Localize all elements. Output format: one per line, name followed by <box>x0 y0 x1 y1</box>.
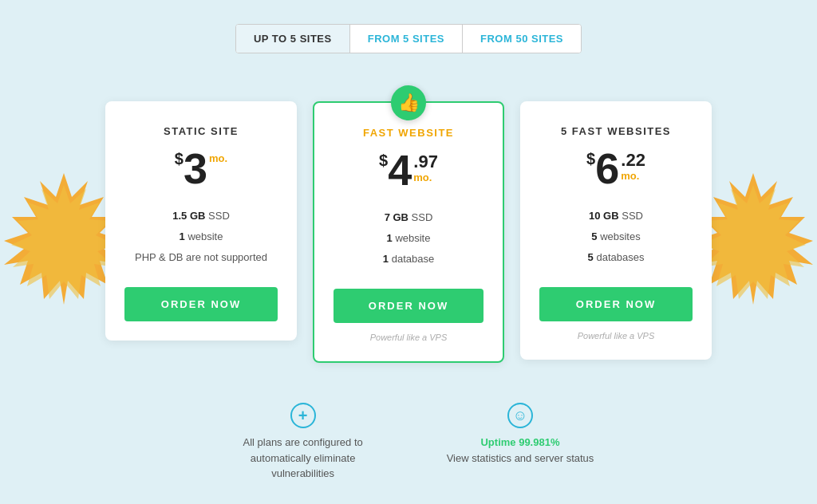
plan-card-fast-website: 👍 FAST WEBSITE $ 4 .97 mo. 7 GB SSD 1 we… <box>313 101 504 363</box>
footer-info: + All plans are configured to automatica… <box>223 403 594 482</box>
feature-db-fast: 1 database <box>334 249 483 270</box>
features-5fast: 10 GB SSD 5 websites 5 databases <box>539 206 693 268</box>
features-static: 1.5 GB SSD 1 website PHP & DB are not su… <box>124 206 278 268</box>
feature-websites-static: 1 website <box>124 226 278 247</box>
tab-from-5-sites[interactable]: FROM 5 SITES <box>350 25 463 53</box>
feature-websites-fast: 1 website <box>334 228 483 249</box>
features-fast: 7 GB SSD 1 website 1 database <box>334 207 483 270</box>
plan-card-static-site: STATIC SITE $ 3 mo. 1.5 GB SSD 1 website… <box>105 101 297 341</box>
order-button-fast[interactable]: ORDER NOW <box>334 289 483 323</box>
pricing-cards: STATIC SITE $ 3 mo. 1.5 GB SSD 1 website… <box>49 85 768 379</box>
price-mo-fast: mo. <box>413 172 432 183</box>
plan-tabs: UP TO 5 SITES FROM 5 SITES FROM 50 SITES <box>235 24 582 53</box>
feature-storage-5fast: 10 GB SSD <box>539 206 693 226</box>
footer-item-security: + All plans are configured to automatica… <box>223 403 383 482</box>
order-button-static[interactable]: ORDER NOW <box>124 287 278 321</box>
price-mo-5fast: mo. <box>621 171 639 181</box>
plus-icon: + <box>290 403 316 428</box>
order-button-5fast[interactable]: ORDER NOW <box>539 287 693 321</box>
tab-up-to-5-sites[interactable]: UP TO 5 SITES <box>236 25 350 53</box>
plan-name-fast: FAST WEBSITE <box>334 127 483 139</box>
footer-text-uptime-green: Uptime 99.981% <box>480 435 559 451</box>
feature-storage-static: 1.5 GB SSD <box>124 206 278 226</box>
price-row-static: $ 3 mo. <box>124 147 278 190</box>
price-main-5fast: 6 <box>595 147 619 190</box>
powered-text-5fast: Powerful like a VPS <box>539 331 693 341</box>
feature-storage-fast: 7 GB SSD <box>334 207 483 228</box>
plan-card-5-fast: 5 FAST WEBSITES $ 6 .22 mo. 10 GB SSD 5 … <box>520 101 712 360</box>
price-dollar-fast: $ <box>379 152 388 170</box>
feature-websites-5fast: 5 websites <box>539 226 693 247</box>
price-cents-fast: .97 <box>413 153 438 171</box>
price-row-5fast: $ 6 .22 mo. <box>539 147 693 190</box>
feature-db-static: PHP & DB are not supported <box>124 247 278 268</box>
thumbs-up-badge: 👍 <box>391 85 426 120</box>
price-main-fast: 4 <box>388 148 412 191</box>
price-dollar-5fast: $ <box>586 150 595 168</box>
price-row-fast: $ 4 .97 mo. <box>334 148 483 191</box>
tab-from-50-sites[interactable]: FROM 50 SITES <box>463 25 581 53</box>
footer-text-security: All plans are configured to automaticall… <box>223 435 383 482</box>
plan-name-5fast: 5 FAST WEBSITES <box>539 125 693 137</box>
plan-name-static: STATIC SITE <box>124 125 278 137</box>
price-dollar-static: $ <box>175 150 184 168</box>
price-main-static: 3 <box>184 147 207 190</box>
feature-db-5fast: 5 databases <box>539 247 693 268</box>
footer-item-uptime: ☺ Uptime 99.981% View statistics and ser… <box>447 403 594 482</box>
footer-text-uptime: View statistics and server status <box>447 451 594 467</box>
powered-text-fast: Powerful like a VPS <box>334 333 483 342</box>
smiley-icon: ☺ <box>507 403 533 428</box>
price-cents-5fast: .22 <box>621 152 645 169</box>
price-mo-static: mo. <box>209 153 227 163</box>
